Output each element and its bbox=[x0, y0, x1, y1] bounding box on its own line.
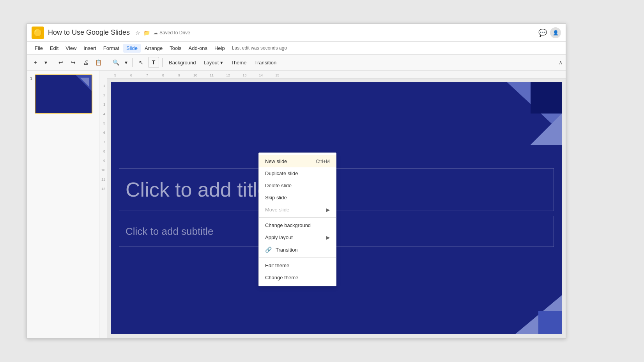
ruler-h-mark: 10 bbox=[187, 73, 203, 77]
add-slide-btn[interactable]: + bbox=[30, 57, 41, 68]
ruler-v-mark: 7 bbox=[103, 135, 106, 144]
title-bar: 🟡 How to Use Google Slides ☆ 📁 ☁ Saved t… bbox=[27, 24, 566, 42]
slide-panel: 1 bbox=[27, 71, 99, 338]
ruler-h-mark: 6 bbox=[123, 73, 139, 77]
comment-icon[interactable]: 💬 bbox=[538, 28, 547, 37]
slide-canvas-area: 5 6 7 8 9 10 11 12 13 14 15 1 2 3 bbox=[99, 71, 566, 338]
avatar[interactable]: 👤 bbox=[550, 27, 561, 38]
dropdown-change-theme[interactable]: Change theme bbox=[259, 272, 336, 284]
dropdown-edit-theme[interactable]: Edit theme bbox=[259, 259, 336, 272]
ruler-h-mark: 8 bbox=[155, 73, 171, 77]
layout-tab[interactable]: Layout ▾ bbox=[200, 57, 226, 68]
cursor-tool[interactable]: ↖ bbox=[136, 57, 147, 68]
ruler-v-mark: 6 bbox=[103, 125, 106, 135]
slide-title-placeholder: Click to add title bbox=[126, 178, 269, 201]
doc-title[interactable]: How to Use Google Slides bbox=[48, 28, 130, 37]
menu-insert[interactable]: Insert bbox=[80, 44, 99, 53]
theme-tab[interactable]: Theme bbox=[228, 57, 249, 68]
menu-help[interactable]: Help bbox=[211, 44, 228, 53]
add-slide-dropdown[interactable]: ▾ bbox=[42, 57, 49, 68]
dropdown-move-slide[interactable]: Move slide ▶ bbox=[259, 204, 336, 216]
cloud-icon: ☁ bbox=[153, 30, 158, 35]
transition-label: Transition bbox=[276, 247, 298, 253]
menu-arrange[interactable]: Arrange bbox=[142, 44, 166, 53]
ruler-horizontal: 5 6 7 8 9 10 11 12 13 14 15 bbox=[99, 71, 566, 78]
ruler-h-mark: 12 bbox=[220, 73, 236, 77]
change-background-label: Change background bbox=[265, 222, 311, 228]
print-btn[interactable]: 🖨 bbox=[80, 57, 91, 68]
menu-tools[interactable]: Tools bbox=[166, 44, 184, 53]
folder-icon[interactable]: 📁 bbox=[143, 30, 150, 36]
paint-format-btn[interactable]: 📋 bbox=[93, 57, 104, 68]
ruler-v-mark: 8 bbox=[103, 144, 106, 153]
zoom-dropdown[interactable]: ▾ bbox=[123, 57, 129, 68]
saved-status: ☁ Saved to Drive bbox=[153, 30, 190, 35]
apply-layout-label: Apply layout bbox=[265, 234, 293, 240]
change-theme-label: Change theme bbox=[265, 275, 298, 280]
menu-edit[interactable]: Edit bbox=[47, 44, 62, 53]
menu-view[interactable]: View bbox=[62, 44, 80, 53]
ruler-h-mark: 5 bbox=[107, 73, 123, 77]
deco-rect-1 bbox=[531, 82, 562, 114]
transition-tab[interactable]: Transition bbox=[251, 57, 280, 68]
ruler-v-mark: 9 bbox=[103, 153, 106, 163]
slide-thumbnail-container: 1 bbox=[30, 75, 96, 114]
menu-divider-2 bbox=[259, 257, 336, 258]
main-content: 1 5 6 7 8 9 10 11 bbox=[27, 71, 566, 338]
ruler-v-mark: 1 bbox=[103, 78, 106, 88]
move-slide-arrow: ▶ bbox=[326, 207, 330, 213]
transition-icon: 🔗 bbox=[265, 247, 272, 253]
dropdown-new-slide[interactable]: New slide Ctrl+M bbox=[259, 155, 336, 167]
menu-slide[interactable]: Slide bbox=[123, 44, 141, 53]
ruler-h-mark: 14 bbox=[253, 73, 269, 77]
toolbar-divider-2 bbox=[107, 58, 107, 67]
slide-thumbnail-1[interactable] bbox=[35, 75, 92, 114]
undo-btn[interactable]: ↩ bbox=[55, 57, 66, 68]
menu-divider-1 bbox=[259, 217, 336, 218]
new-slide-shortcut: Ctrl+M bbox=[316, 159, 330, 164]
move-slide-label: Move slide bbox=[265, 207, 289, 213]
new-slide-label: New slide bbox=[265, 158, 287, 164]
ruler-h-mark: 11 bbox=[203, 73, 220, 77]
dropdown-skip-slide[interactable]: Skip slide bbox=[259, 192, 336, 204]
title-icons: ☆ 📁 ☁ Saved to Drive bbox=[135, 30, 190, 36]
dropdown-transition[interactable]: 🔗 Transition bbox=[259, 243, 336, 256]
duplicate-slide-label: Duplicate slide bbox=[265, 170, 298, 176]
slide-title-box[interactable]: Click to add title bbox=[119, 168, 554, 211]
app-icon: 🟡 bbox=[32, 27, 44, 39]
ruler-vertical: 1 2 3 4 5 6 7 8 9 10 11 12 bbox=[99, 71, 107, 338]
title-right: 💬 👤 bbox=[538, 27, 561, 38]
slide-dropdown-menu: New slide Ctrl+M Duplicate slide Delete … bbox=[258, 153, 336, 286]
slide-number: 1 bbox=[30, 75, 32, 81]
dropdown-delete-slide[interactable]: Delete slide bbox=[259, 179, 336, 192]
menu-file[interactable]: File bbox=[32, 44, 46, 53]
background-tab[interactable]: Background bbox=[166, 57, 199, 68]
text-tool[interactable]: T bbox=[148, 57, 159, 68]
last-edit: Last edit was seconds ago bbox=[232, 45, 287, 51]
ruler-v-mark: 10 bbox=[101, 163, 106, 172]
ruler-h-mark: 15 bbox=[269, 73, 285, 77]
ruler-h-mark: 9 bbox=[171, 73, 187, 77]
ruler-v-mark: 4 bbox=[103, 106, 106, 116]
slide-corner-deco bbox=[80, 78, 89, 87]
dropdown-change-background[interactable]: Change background bbox=[259, 219, 336, 231]
deco-rect-2 bbox=[538, 311, 562, 334]
ruler-v-mark: 2 bbox=[103, 88, 106, 97]
apply-layout-arrow: ▶ bbox=[326, 235, 330, 240]
menu-bar: File Edit View Insert Format Slide Arran… bbox=[27, 42, 566, 54]
zoom-btn[interactable]: 🔍 bbox=[110, 57, 121, 68]
ruler-h-mark: 13 bbox=[236, 73, 253, 77]
slide-subtitle-box[interactable]: Click to add subtitle bbox=[119, 216, 554, 247]
slide-main[interactable]: Click to add title Click to add subtitle bbox=[111, 82, 562, 334]
redo-btn[interactable]: ↪ bbox=[68, 57, 79, 68]
star-icon[interactable]: ☆ bbox=[135, 30, 140, 36]
dropdown-duplicate-slide[interactable]: Duplicate slide bbox=[259, 167, 336, 179]
dropdown-apply-layout[interactable]: Apply layout ▶ bbox=[259, 231, 336, 243]
toolbar-divider-1 bbox=[52, 58, 52, 67]
delete-slide-label: Delete slide bbox=[265, 183, 292, 188]
menu-addons[interactable]: Add-ons bbox=[186, 44, 211, 53]
menu-format[interactable]: Format bbox=[100, 44, 122, 53]
toolbar-collapse[interactable]: ∧ bbox=[559, 59, 563, 66]
slide-subtitle-placeholder: Click to add subtitle bbox=[126, 225, 213, 238]
edit-theme-label: Edit theme bbox=[265, 263, 289, 268]
